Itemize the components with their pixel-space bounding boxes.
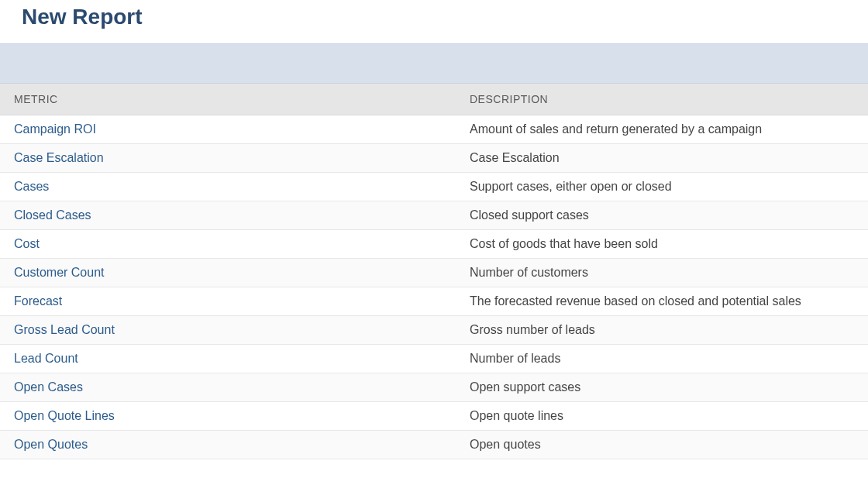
table-row: Campaign ROI Amount of sales and return … [0,115,868,144]
metric-description: Open support cases [456,373,868,402]
metric-link[interactable]: Open Cases [14,380,83,394]
table-body: Campaign ROI Amount of sales and return … [0,115,868,459]
metric-description: Number of leads [456,345,868,373]
metric-description: Amount of sales and return generated by … [456,115,868,144]
metrics-table: METRIC DESCRIPTION Campaign ROI Amount o… [0,84,868,459]
metric-description: Closed support cases [456,201,868,230]
metric-link[interactable]: Case Escalation [14,151,104,164]
metric-description: Case Escalation [456,144,868,173]
toolbar-band [0,43,868,84]
metric-link[interactable]: Closed Cases [14,208,91,222]
metric-link[interactable]: Cost [14,237,40,250]
table-row: Forecast The forecasted revenue based on… [0,287,868,316]
metric-description: Gross number of leads [456,316,868,345]
metric-link[interactable]: Open Quote Lines [14,409,115,422]
metric-link[interactable]: Lead Count [14,352,78,365]
metric-description: Open quote lines [456,402,868,431]
metric-description: Support cases, either open or closed [456,173,868,201]
table-row: Closed Cases Closed support cases [0,201,868,230]
table-row: Open Cases Open support cases [0,373,868,402]
metric-link[interactable]: Cases [14,180,49,193]
page-title: New Report [0,0,868,43]
metric-link[interactable]: Open Quotes [14,438,88,451]
table-row: Gross Lead Count Gross number of leads [0,316,868,345]
table-header-row: METRIC DESCRIPTION [0,84,868,115]
table-row: Lead Count Number of leads [0,345,868,373]
table-row: Open Quotes Open quotes [0,431,868,459]
metric-description: Number of customers [456,259,868,287]
metric-description: Cost of goods that have been sold [456,230,868,259]
column-header-description[interactable]: DESCRIPTION [456,84,868,115]
metric-link[interactable]: Gross Lead Count [14,323,115,336]
column-header-metric[interactable]: METRIC [0,84,456,115]
metric-link[interactable]: Campaign ROI [14,122,96,136]
metric-description: Open quotes [456,431,868,459]
table-row: Cases Support cases, either open or clos… [0,173,868,201]
table-row: Case Escalation Case Escalation [0,144,868,173]
metric-link[interactable]: Forecast [14,294,62,308]
table-row: Open Quote Lines Open quote lines [0,402,868,431]
table-row: Cost Cost of goods that have been sold [0,230,868,259]
metric-link[interactable]: Customer Count [14,266,105,279]
metric-description: The forecasted revenue based on closed a… [456,287,868,316]
table-row: Customer Count Number of customers [0,259,868,287]
